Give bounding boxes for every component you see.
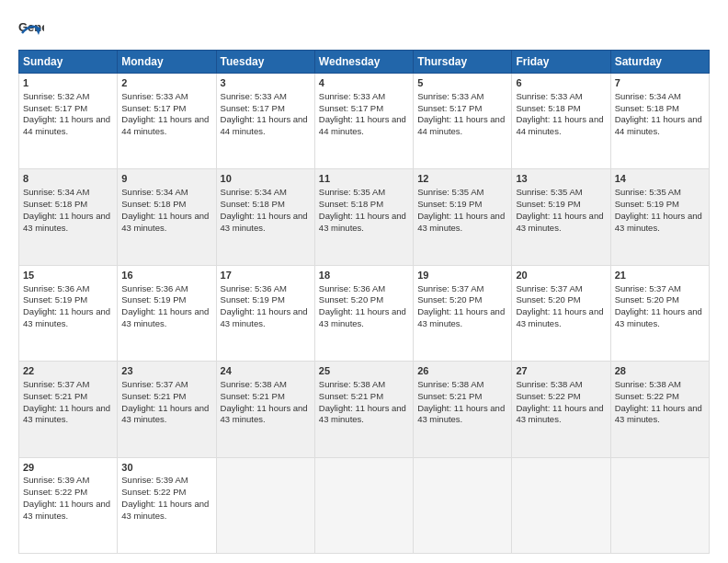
daylight-text: Daylight: 11 hours and 43 minutes. [121,403,209,425]
sunrise-text: Sunrise: 5:33 AM [319,91,385,101]
logo-icon: General [18,15,44,40]
calendar-cell: 12Sunrise: 5:35 AMSunset: 5:19 PMDayligh… [414,169,512,265]
sunset-text: Sunset: 5:20 PM [516,294,580,304]
sunrise-text: Sunrise: 5:36 AM [121,283,188,293]
sunrise-text: Sunrise: 5:36 AM [221,283,287,293]
sunset-text: Sunset: 5:20 PM [417,294,482,304]
calendar-cell: 9Sunrise: 5:34 AMSunset: 5:18 PMDaylight… [118,169,216,265]
day-number: 16 [121,269,211,282]
sunrise-text: Sunrise: 5:33 AM [121,91,188,101]
day-number: 26 [417,364,507,378]
daylight-text: Daylight: 11 hours and 44 minutes. [319,114,406,136]
sunset-text: Sunset: 5:19 PM [417,199,482,209]
sunset-text: Sunset: 5:18 PM [121,199,186,209]
day-header-monday: Monday [118,51,216,74]
daylight-text: Daylight: 11 hours and 43 minutes. [417,403,505,425]
sunset-text: Sunset: 5:22 PM [23,487,87,497]
day-number: 13 [516,172,606,186]
sunrise-text: Sunrise: 5:38 AM [319,379,385,389]
calendar-cell [216,457,314,553]
daylight-text: Daylight: 11 hours and 43 minutes. [319,403,406,425]
day-number: 23 [121,364,211,378]
calendar-header-row: SundayMondayTuesdayWednesdayThursdayFrid… [19,51,710,74]
daylight-text: Daylight: 11 hours and 43 minutes. [319,211,406,233]
calendar-cell: 13Sunrise: 5:35 AMSunset: 5:19 PMDayligh… [512,169,610,265]
sunrise-text: Sunrise: 5:37 AM [23,379,89,389]
sunrise-text: Sunrise: 5:34 AM [615,91,681,101]
daylight-text: Daylight: 11 hours and 43 minutes. [121,306,209,328]
sunset-text: Sunset: 5:18 PM [615,103,679,113]
daylight-text: Daylight: 11 hours and 43 minutes. [516,306,603,328]
daylight-text: Daylight: 11 hours and 43 minutes. [121,211,209,233]
calendar-cell: 15Sunrise: 5:36 AMSunset: 5:19 PMDayligh… [19,265,118,361]
sunset-text: Sunset: 5:18 PM [23,199,87,209]
calendar-cell: 30Sunrise: 5:39 AMSunset: 5:22 PMDayligh… [118,457,216,553]
sunset-text: Sunset: 5:21 PM [417,391,482,401]
calendar-week-1: 1Sunrise: 5:32 AMSunset: 5:17 PMDaylight… [19,74,710,169]
calendar-week-3: 15Sunrise: 5:36 AMSunset: 5:19 PMDayligh… [19,265,710,361]
header: General [18,15,710,40]
sunrise-text: Sunrise: 5:38 AM [516,379,582,389]
day-number: 18 [319,269,409,282]
sunrise-text: Sunrise: 5:34 AM [23,187,89,197]
sunrise-text: Sunrise: 5:37 AM [121,379,188,389]
sunset-text: Sunset: 5:19 PM [23,294,87,304]
daylight-text: Daylight: 11 hours and 43 minutes. [221,403,308,425]
calendar-cell: 27Sunrise: 5:38 AMSunset: 5:22 PMDayligh… [512,362,610,457]
calendar-cell: 1Sunrise: 5:32 AMSunset: 5:17 PMDaylight… [19,74,118,169]
calendar-cell [314,457,413,553]
day-number: 12 [417,172,507,186]
sunrise-text: Sunrise: 5:34 AM [221,187,287,197]
calendar-table: SundayMondayTuesdayWednesdayThursdayFrid… [18,50,710,554]
day-number: 2 [121,76,211,90]
calendar-cell [414,457,512,553]
sunrise-text: Sunrise: 5:39 AM [121,475,188,485]
daylight-text: Daylight: 11 hours and 43 minutes. [417,211,505,233]
day-number: 24 [221,364,311,378]
daylight-text: Daylight: 11 hours and 43 minutes. [319,306,406,328]
sunset-text: Sunset: 5:19 PM [121,294,186,304]
day-number: 20 [516,269,606,282]
daylight-text: Daylight: 11 hours and 44 minutes. [221,114,308,136]
sunset-text: Sunset: 5:19 PM [516,199,580,209]
day-number: 25 [319,364,409,378]
sunset-text: Sunset: 5:21 PM [221,391,285,401]
sunset-text: Sunset: 5:20 PM [615,294,679,304]
sunrise-text: Sunrise: 5:35 AM [516,187,582,197]
calendar-cell: 28Sunrise: 5:38 AMSunset: 5:22 PMDayligh… [610,362,709,457]
calendar-cell: 4Sunrise: 5:33 AMSunset: 5:17 PMDaylight… [314,74,413,169]
sunset-text: Sunset: 5:21 PM [319,391,383,401]
calendar-cell: 2Sunrise: 5:33 AMSunset: 5:17 PMDaylight… [118,74,216,169]
day-header-tuesday: Tuesday [216,51,314,74]
sunrise-text: Sunrise: 5:37 AM [615,283,681,293]
calendar-cell: 23Sunrise: 5:37 AMSunset: 5:21 PMDayligh… [118,362,216,457]
calendar-cell: 11Sunrise: 5:35 AMSunset: 5:18 PMDayligh… [314,169,413,265]
day-number: 27 [516,364,606,378]
calendar-cell: 10Sunrise: 5:34 AMSunset: 5:18 PMDayligh… [216,169,314,265]
day-number: 6 [516,76,606,90]
sunset-text: Sunset: 5:17 PM [121,103,186,113]
daylight-text: Daylight: 11 hours and 44 minutes. [23,114,110,136]
sunrise-text: Sunrise: 5:33 AM [221,91,287,101]
calendar-cell: 21Sunrise: 5:37 AMSunset: 5:20 PMDayligh… [610,265,709,361]
calendar-week-2: 8Sunrise: 5:34 AMSunset: 5:18 PMDaylight… [19,169,710,265]
day-number: 4 [319,76,409,90]
day-number: 15 [23,269,113,282]
daylight-text: Daylight: 11 hours and 43 minutes. [121,499,209,521]
daylight-text: Daylight: 11 hours and 44 minutes. [516,114,603,136]
sunrise-text: Sunrise: 5:32 AM [23,91,89,101]
sunset-text: Sunset: 5:21 PM [23,391,87,401]
sunrise-text: Sunrise: 5:38 AM [615,379,681,389]
day-header-friday: Friday [512,51,610,74]
daylight-text: Daylight: 11 hours and 43 minutes. [516,403,603,425]
sunset-text: Sunset: 5:19 PM [221,294,285,304]
sunset-text: Sunset: 5:18 PM [319,199,383,209]
sunrise-text: Sunrise: 5:36 AM [319,283,385,293]
calendar-cell [610,457,709,553]
day-number: 30 [121,461,211,475]
sunset-text: Sunset: 5:22 PM [615,391,679,401]
daylight-text: Daylight: 11 hours and 43 minutes. [516,211,603,233]
day-number: 21 [615,269,705,282]
daylight-text: Daylight: 11 hours and 43 minutes. [615,403,702,425]
daylight-text: Daylight: 11 hours and 43 minutes. [615,211,702,233]
